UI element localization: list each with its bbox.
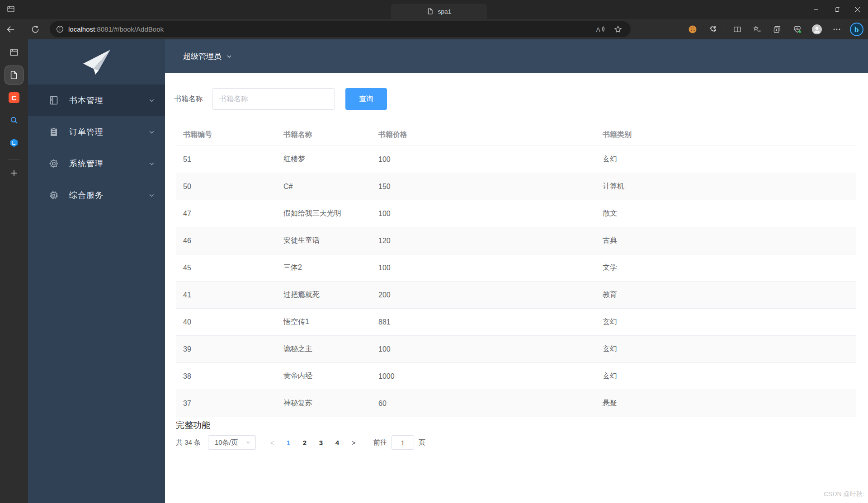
settings-more-icon[interactable] <box>829 22 844 37</box>
add-to-sidebar-icon[interactable] <box>5 164 24 183</box>
table-cell: 过把瘾就死 <box>276 290 371 300</box>
browser-tab[interactable]: spa1 <box>391 4 487 19</box>
sidebar-item-label: 书本管理 <box>69 95 148 106</box>
search-extension-icon[interactable] <box>5 111 24 130</box>
table-cell: 100 <box>371 210 595 218</box>
table-cell: 玄幻 <box>595 317 856 327</box>
address-bar[interactable]: localhost:8081/#/book/AddBook A <box>50 21 631 37</box>
chevron-down-icon <box>226 53 232 60</box>
table-cell: 150 <box>371 183 595 191</box>
search-row: 书籍名称 查询 <box>174 88 856 110</box>
table-cell: 38 <box>176 372 276 381</box>
sidebar-item-system[interactable]: 系统管理 <box>28 148 165 179</box>
back-icon[interactable] <box>2 21 20 38</box>
table-cell: 散文 <box>595 209 856 218</box>
site-info-icon[interactable] <box>56 25 64 33</box>
table-cell: 200 <box>371 291 595 299</box>
user-dropdown[interactable]: 超级管理员 <box>183 51 232 61</box>
chevron-down-icon <box>148 160 155 167</box>
minimize-button[interactable] <box>806 0 826 19</box>
favorite-star-icon[interactable] <box>613 25 623 34</box>
bing-chat-icon[interactable]: b <box>849 22 864 37</box>
table-row: 37神秘复苏60悬疑 <box>176 390 856 417</box>
table-cell: 诡秘之主 <box>276 344 371 354</box>
table-cell: 50 <box>176 183 276 191</box>
table-cell: 46 <box>176 237 276 245</box>
page-button[interactable]: 4 <box>329 435 345 450</box>
extensions-puzzle-icon[interactable] <box>705 22 720 37</box>
csdn-icon[interactable]: C <box>5 88 24 107</box>
app-sidebar: 书本管理 订单管理 系统管理 <box>28 39 165 503</box>
read-aloud-icon[interactable]: A <box>595 25 605 34</box>
next-page-button[interactable]: > <box>345 439 362 447</box>
table-row: 38黄帝内经1000玄幻 <box>176 363 856 390</box>
table-cell: 41 <box>176 291 276 299</box>
table-cell: 100 <box>371 155 595 164</box>
gear-icon <box>48 158 59 169</box>
table-cell: 文学 <box>595 263 856 273</box>
tab-actions-icon[interactable] <box>6 5 15 14</box>
chevron-down-icon <box>148 192 155 199</box>
user-name-label: 超级管理员 <box>183 51 222 61</box>
table-cell: 玄幻 <box>595 344 856 354</box>
favorites-list-icon[interactable] <box>750 22 765 37</box>
clipboard-icon <box>48 127 59 137</box>
sidebar-item-orders[interactable]: 订单管理 <box>28 116 165 148</box>
collections-icon[interactable] <box>769 22 785 37</box>
table-cell: 39 <box>176 345 276 353</box>
hexagon-extension-icon[interactable] <box>5 133 24 152</box>
column-header: 书籍名称 <box>276 130 371 140</box>
sidebar-item-label: 综合服务 <box>69 190 148 201</box>
sidebar-item-services[interactable]: 综合服务 <box>28 179 165 211</box>
column-header: 书籍编号 <box>176 130 276 140</box>
table-cell: 玄幻 <box>595 155 856 164</box>
browser-titlebar: spa1 <box>0 0 868 19</box>
table-body: 51红楼梦100玄幻50C#150计算机47假如给我三天光明100散文46安徒生… <box>176 146 856 417</box>
table-cell: 安徒生童话 <box>276 236 371 245</box>
pagination: 共 34 条 10条/页 < 1234 > 前往 页 <box>176 435 856 450</box>
active-page-doc-icon[interactable] <box>5 66 24 85</box>
refresh-icon[interactable] <box>26 21 44 38</box>
url-path: :8081/#/book/AddBook <box>95 25 164 33</box>
split-screen-icon[interactable] <box>730 22 745 37</box>
url-text: localhost:8081/#/book/AddBook <box>68 25 595 33</box>
pager: 1234 <box>280 435 345 450</box>
book-icon <box>48 95 59 106</box>
table-cell: 51 <box>176 155 276 164</box>
cookie-icon[interactable] <box>685 22 700 37</box>
table-cell: 神秘复苏 <box>276 399 371 408</box>
table-cell: 40 <box>176 318 276 326</box>
table-row: 50C#150计算机 <box>176 173 856 200</box>
toolbar-divider <box>725 25 725 34</box>
page-button[interactable]: 1 <box>280 435 297 450</box>
table-cell: 120 <box>371 237 595 245</box>
profile-avatar[interactable] <box>809 22 825 37</box>
edge-sidebar-rail: C <box>0 39 28 503</box>
table-row: 40悟空传1881玄幻 <box>176 309 856 336</box>
total-count: 共 34 条 <box>176 438 201 447</box>
book-name-input[interactable] <box>212 88 335 110</box>
table-cell: 100 <box>371 264 595 272</box>
close-button[interactable] <box>847 0 868 19</box>
books-table: 书籍编号 书籍名称 书籍价格 书籍类别 51红楼梦100玄幻50C#150计算机… <box>176 124 856 417</box>
table-cell: 悟空传1 <box>276 317 371 327</box>
page-size-select[interactable]: 10条/页 <box>208 435 256 450</box>
table-row: 45三体2100文学 <box>176 254 856 282</box>
table-row: 47假如给我三天光明100散文 <box>176 200 856 227</box>
maximize-button[interactable] <box>826 0 847 19</box>
browser-essentials-icon[interactable] <box>789 22 805 37</box>
page-button[interactable]: 2 <box>297 435 313 450</box>
prev-page-button[interactable]: < <box>264 439 280 447</box>
page-button[interactable]: 3 <box>313 435 329 450</box>
table-cell: 45 <box>176 264 276 272</box>
table-row: 39诡秘之主100玄幻 <box>176 336 856 363</box>
sidebar-item-books[interactable]: 书本管理 <box>28 85 165 116</box>
url-host: localhost <box>68 25 95 33</box>
query-button[interactable]: 查询 <box>345 88 387 110</box>
goto-page-input[interactable] <box>392 435 414 450</box>
workspaces-icon[interactable] <box>5 43 24 62</box>
csdn-watermark: CSDN @叶秋: <box>824 490 864 498</box>
table-cell: C# <box>276 183 371 191</box>
column-header: 书籍类别 <box>595 130 856 140</box>
column-header: 书籍价格 <box>371 130 595 140</box>
